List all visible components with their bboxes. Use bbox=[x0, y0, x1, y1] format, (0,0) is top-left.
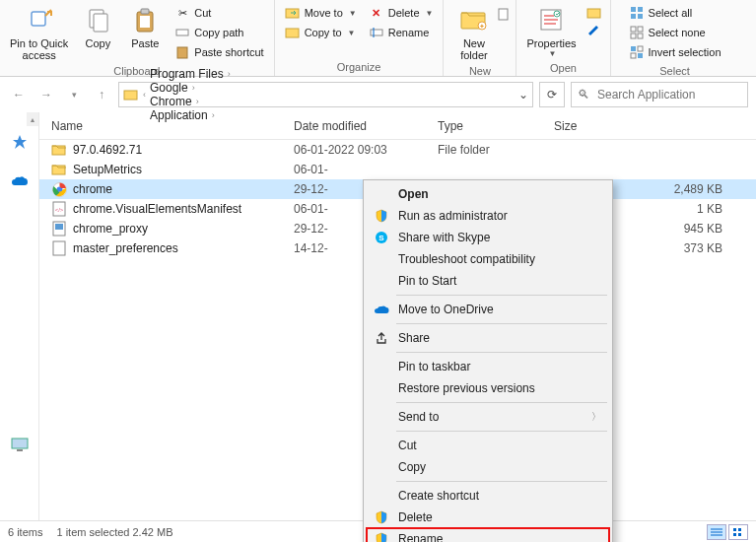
search-box[interactable]: 🔍︎ bbox=[571, 82, 748, 107]
back-button[interactable]: ← bbox=[8, 84, 30, 105]
address-bar[interactable]: ‹ Program Files›Google›Chrome›Applicatio… bbox=[118, 82, 533, 107]
file-row[interactable]: SetupMetrics06-01- bbox=[39, 160, 756, 179]
menu-item-copy[interactable]: Copy bbox=[367, 456, 609, 478]
recent-dropdown[interactable]: ▾ bbox=[63, 84, 85, 105]
svg-rect-7 bbox=[177, 47, 187, 58]
menu-item-pin-to-taskbar[interactable]: Pin to taskbar bbox=[367, 356, 609, 377]
copy-path-icon bbox=[174, 25, 190, 40]
menu-item-rename[interactable]: Rename bbox=[367, 528, 609, 542]
folder-icon bbox=[123, 88, 139, 102]
menu-item-share[interactable]: Share bbox=[367, 327, 609, 349]
selection-status: 1 item selected 2.42 MB bbox=[56, 526, 172, 538]
pin-to-quick-access-button[interactable]: Pin to Quick access bbox=[4, 2, 74, 63]
ribbon-group-new: ✦ New folder New bbox=[444, 0, 516, 76]
column-date[interactable]: Date modified bbox=[294, 119, 438, 133]
menu-label: Troubleshoot compatibility bbox=[392, 252, 601, 266]
quick-access-icon[interactable] bbox=[11, 134, 29, 152]
ribbon-group-organize: Move to▼ Copy to▼ ✕Delete▼ Rename Organi… bbox=[275, 0, 445, 76]
onedrive-icon bbox=[371, 305, 392, 315]
menu-item-pin-to-start[interactable]: Pin to Start bbox=[367, 270, 609, 292]
select-all-button[interactable]: Select all bbox=[627, 4, 723, 22]
chevron-down-icon[interactable]: ⌄ bbox=[518, 88, 528, 102]
svg-rect-29 bbox=[631, 53, 636, 58]
svg-rect-24 bbox=[638, 27, 643, 32]
refresh-button[interactable]: ⟳ bbox=[539, 82, 565, 107]
svg-rect-23 bbox=[631, 27, 636, 32]
column-type[interactable]: Type bbox=[438, 119, 554, 133]
invert-selection-button[interactable]: Invert selection bbox=[627, 43, 723, 61]
navigation-pane[interactable]: ▴ bbox=[0, 112, 39, 520]
svg-rect-32 bbox=[12, 439, 28, 448]
chevron-down-icon: ▼ bbox=[349, 9, 357, 18]
menu-label: Move to OneDrive bbox=[392, 303, 601, 316]
file-name: master_preferences bbox=[73, 241, 178, 255]
file-row[interactable]: 97.0.4692.7106-01-2022 09:03File folder bbox=[39, 140, 756, 160]
menu-label: Share bbox=[392, 331, 601, 345]
menu-label: Pin to Start bbox=[392, 274, 601, 288]
svg-rect-19 bbox=[631, 7, 636, 12]
svg-rect-21 bbox=[631, 14, 636, 19]
select-none-button[interactable]: Select none bbox=[627, 24, 723, 41]
menu-label: Cut bbox=[392, 439, 601, 452]
breadcrumb-segment[interactable]: Google› bbox=[150, 81, 233, 95]
move-to-button[interactable]: Move to▼ bbox=[283, 4, 359, 22]
menu-item-troubleshoot-compatibility[interactable]: Troubleshoot compatibility bbox=[367, 248, 609, 270]
search-input[interactable] bbox=[595, 87, 747, 102]
menu-label: Open bbox=[392, 187, 601, 201]
menu-item-move-to-onedrive[interactable]: Move to OneDrive bbox=[367, 299, 609, 320]
column-size[interactable]: Size bbox=[554, 119, 756, 133]
column-headers[interactable]: Name Date modified Type Size bbox=[39, 112, 756, 140]
item-count: 6 items bbox=[8, 526, 42, 538]
menu-item-delete[interactable]: Delete bbox=[367, 507, 609, 528]
svg-rect-22 bbox=[638, 14, 643, 19]
this-pc-icon[interactable] bbox=[11, 438, 29, 455]
paste-icon bbox=[129, 4, 161, 35]
folder-move-icon bbox=[285, 5, 301, 21]
menu-label: Delete bbox=[392, 510, 601, 524]
menu-item-cut[interactable]: Cut bbox=[367, 435, 609, 456]
copy-icon bbox=[82, 4, 113, 35]
rename-button[interactable]: Rename bbox=[367, 24, 436, 41]
details-view-button[interactable] bbox=[707, 524, 726, 540]
cut-button[interactable]: ✂Cut bbox=[172, 4, 265, 22]
svg-text:✦: ✦ bbox=[479, 23, 485, 30]
svg-rect-4 bbox=[141, 9, 149, 14]
new-item-icon[interactable] bbox=[498, 2, 510, 22]
column-name[interactable]: Name bbox=[39, 119, 294, 133]
copy-path-button[interactable]: Copy path bbox=[172, 24, 265, 41]
svg-rect-18 bbox=[587, 9, 600, 18]
chevron-right-icon: 〉 bbox=[591, 410, 601, 424]
menu-item-send-to[interactable]: Send to〉 bbox=[367, 406, 609, 428]
svg-text:</>: </> bbox=[55, 207, 64, 213]
new-folder-button[interactable]: ✦ New folder bbox=[450, 2, 498, 63]
open-icon[interactable] bbox=[586, 6, 602, 20]
menu-item-open[interactable]: Open bbox=[367, 183, 609, 205]
breadcrumb-segment[interactable]: Program Files› bbox=[150, 67, 233, 81]
file-date: 06-01-2022 09:03 bbox=[294, 143, 438, 157]
delete-button[interactable]: ✕Delete▼ bbox=[367, 4, 436, 22]
scissors-icon: ✂ bbox=[174, 5, 190, 21]
forward-button[interactable]: → bbox=[35, 84, 57, 105]
copy-button[interactable]: Copy bbox=[74, 2, 121, 51]
context-menu[interactable]: OpenRun as administratorSShare with Skyp… bbox=[363, 179, 613, 542]
svg-rect-34 bbox=[52, 146, 65, 155]
properties-button[interactable]: Properties ▼ bbox=[520, 2, 582, 60]
copy-to-button[interactable]: Copy to▼ bbox=[283, 24, 359, 41]
onedrive-nav-icon[interactable] bbox=[11, 175, 29, 193]
menu-label: Create shortcut bbox=[392, 489, 601, 503]
edit-icon[interactable] bbox=[586, 22, 602, 35]
menu-item-share-with-skype[interactable]: SShare with Skype bbox=[367, 227, 609, 248]
menu-item-create-shortcut[interactable]: Create shortcut bbox=[367, 485, 609, 507]
icons-view-button[interactable] bbox=[728, 524, 748, 540]
file-name: 97.0.4692.71 bbox=[73, 143, 142, 157]
menu-item-run-as-administrator[interactable]: Run as administrator bbox=[367, 205, 609, 227]
menu-item-restore-previous-versions[interactable]: Restore previous versions bbox=[367, 377, 609, 399]
svg-rect-33 bbox=[17, 449, 23, 451]
scroll-up-button[interactable]: ▴ bbox=[27, 112, 38, 126]
up-button[interactable]: ↑ bbox=[91, 84, 112, 105]
ribbon-group-select: Select all Select none Invert selection … bbox=[611, 0, 739, 76]
paste-shortcut-button[interactable]: Paste shortcut bbox=[172, 43, 265, 61]
paste-button[interactable]: Paste bbox=[121, 2, 169, 51]
breadcrumb-segment[interactable]: Chrome› bbox=[150, 95, 233, 108]
delete-icon: ✕ bbox=[369, 5, 384, 21]
